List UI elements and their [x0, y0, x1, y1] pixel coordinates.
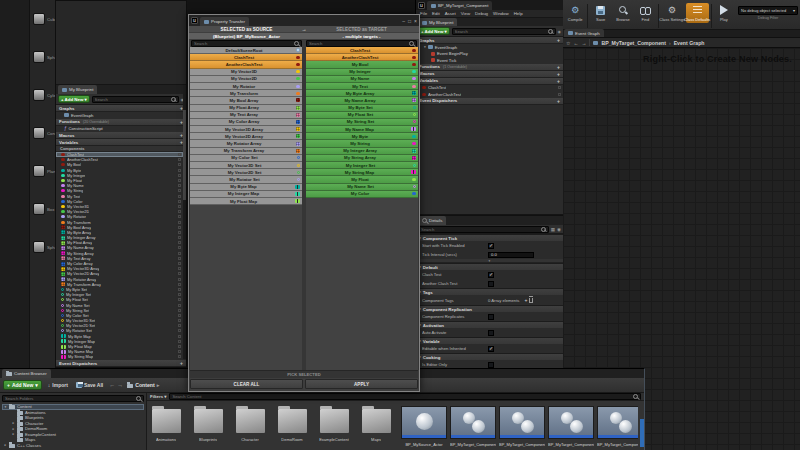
property-row[interactable]: My Rotator Set: [190, 176, 302, 183]
blueprint-asset-tile[interactable]: BP_MyTarget_Component: [450, 406, 496, 447]
add-dispatcher-icon[interactable]: +: [180, 360, 183, 366]
visibility-toggle[interactable]: [178, 174, 181, 177]
add-tag-icon[interactable]: +: [524, 297, 527, 303]
filter-options-icon[interactable]: ◉: [557, 227, 561, 232]
save-button[interactable]: Save: [590, 3, 610, 23]
folder-tile[interactable]: Animations: [151, 406, 181, 442]
add-variable-icon[interactable]: +: [557, 78, 560, 84]
scrollbar[interactable]: [183, 94, 186, 359]
visibility-toggle[interactable]: [178, 272, 181, 275]
visibility-toggle[interactable]: [178, 340, 181, 343]
menu-item[interactable]: Help: [514, 11, 523, 16]
place-actor-item[interactable]: Box Tr: [32, 190, 55, 228]
tags-section-header[interactable]: ▾Tags: [416, 288, 563, 295]
source-search-input[interactable]: [194, 41, 293, 46]
display-options-icon[interactable]: ▦: [551, 227, 555, 232]
target-search-field[interactable]: [306, 40, 417, 47]
graphs-section-header[interactable]: Graphs+: [416, 37, 563, 44]
view-options-icon[interactable]: ◉: [558, 29, 562, 34]
apply-button[interactable]: APPLY: [305, 379, 418, 389]
search-input[interactable]: [95, 97, 170, 102]
expand-arrow-icon[interactable]: ▾: [4, 405, 7, 409]
blueprint-asset-tile[interactable]: BP_MyTarget_Component3: [597, 406, 638, 447]
clash-test-checkbox[interactable]: ✓: [488, 272, 494, 278]
activation-header[interactable]: ▾Activation: [416, 321, 563, 328]
property-row[interactable]: My Vector2D Array: [190, 133, 302, 140]
visibility-toggle[interactable]: [178, 231, 181, 234]
add-graph-icon[interactable]: +: [557, 37, 560, 43]
property-row[interactable]: My String Map: [306, 169, 418, 176]
property-row[interactable]: ClashTest: [306, 47, 418, 54]
visibility-toggle[interactable]: [178, 335, 181, 338]
property-row[interactable]: My Float Set: [306, 112, 418, 119]
blueprint-asset-tile[interactable]: BP_MyTarget_Component1: [499, 406, 545, 447]
property-row[interactable]: My Color Set: [190, 155, 302, 162]
visibility-toggle[interactable]: [178, 246, 181, 249]
visibility-toggle[interactable]: [178, 262, 181, 265]
maximize-icon[interactable]: □: [408, 18, 411, 24]
debug-object-dropdown[interactable]: No debug object selected▾: [738, 6, 798, 15]
property-row[interactable]: My Integer: [306, 69, 418, 76]
property-row[interactable]: My Transform: [190, 90, 302, 97]
functions-section-header[interactable]: Functions(20 Overridable)+: [56, 119, 186, 126]
folder-tile[interactable]: ExampleContent: [319, 406, 349, 442]
visibility-toggle[interactable]: [178, 257, 181, 260]
filters-button[interactable]: Filters▾: [150, 394, 166, 399]
expand-arrow-icon[interactable]: ▾: [424, 45, 426, 49]
component-replicates-checkbox[interactable]: [488, 314, 494, 320]
search-field[interactable]: [418, 226, 549, 233]
target-search-input[interactable]: [309, 41, 408, 46]
expand-arrow-icon[interactable]: ▸: [12, 432, 15, 436]
import-button[interactable]: ↓Import: [46, 380, 70, 390]
visibility-toggle[interactable]: [178, 215, 181, 218]
property-row[interactable]: My Color: [306, 191, 418, 198]
property-row[interactable]: My Text: [306, 83, 418, 90]
cb-add-new-button[interactable]: +Add New▾: [3, 380, 42, 390]
property-row[interactable]: My Bool: [306, 61, 418, 68]
property-row[interactable]: AnotherClashTest: [306, 54, 418, 61]
another-clash-test-checkbox[interactable]: [488, 281, 494, 287]
menu-item[interactable]: Window: [493, 11, 509, 16]
event-graph-tab[interactable]: Event Graph: [564, 29, 604, 37]
folder-tile[interactable]: Character: [235, 406, 265, 442]
visibility-toggle[interactable]: [178, 200, 181, 203]
favorite-star-icon[interactable]: ☆: [566, 40, 570, 46]
visibility-toggle[interactable]: [178, 221, 181, 224]
blueprint-asset-tile[interactable]: BP_MyTarget_Component2: [548, 406, 594, 447]
property-row[interactable]: My Float: [306, 176, 418, 183]
visibility-toggle[interactable]: [178, 345, 181, 348]
class-defaults-button[interactable]: Class Defaults: [686, 3, 709, 23]
property-row[interactable]: My Float Map: [190, 198, 302, 205]
visibility-toggle[interactable]: [178, 309, 181, 312]
details-tab[interactable]: Details: [418, 216, 446, 225]
visibility-toggle[interactable]: [178, 226, 181, 229]
place-actor-item[interactable]: Cube: [32, 0, 55, 38]
visibility-toggle[interactable]: [558, 86, 561, 89]
window-title-tab[interactable]: BP_MyTarget_Component: [427, 1, 492, 10]
visibility-toggle[interactable]: [178, 298, 181, 301]
breadcrumb-root[interactable]: BP_MyTarget_Component: [601, 40, 665, 46]
asset-scrollbar[interactable]: [640, 419, 644, 447]
path-breadcrumb[interactable]: Content▸: [127, 382, 159, 388]
variable-row[interactable]: My String Map: [56, 354, 183, 359]
property-row[interactable]: My String: [306, 140, 418, 147]
auto-activate-checkbox[interactable]: [488, 330, 494, 336]
visibility-toggle[interactable]: [178, 278, 181, 281]
property-row[interactable]: My Byte: [306, 133, 418, 140]
transfer-title-bar[interactable]: u Property Transfer – □ ×: [189, 15, 419, 26]
visibility-toggle[interactable]: [178, 355, 181, 358]
visibility-toggle[interactable]: [178, 158, 181, 161]
source-search-field[interactable]: [191, 40, 302, 47]
event-dispatchers-header[interactable]: Event Dispatchers+: [56, 360, 186, 367]
menu-item[interactable]: Edit: [432, 11, 440, 16]
event-dispatchers-header[interactable]: Event Dispatchers+: [416, 98, 563, 105]
component-replication-header[interactable]: ▾Component Replication: [416, 305, 563, 312]
find-button[interactable]: Find: [635, 3, 655, 23]
property-row[interactable]: ClashTest: [190, 54, 302, 61]
property-row[interactable]: My Float Array: [190, 105, 302, 112]
add-new-button[interactable]: +Add New▾: [418, 27, 450, 35]
property-row[interactable]: My String Array: [306, 155, 418, 162]
search-input[interactable]: [455, 29, 547, 34]
property-row[interactable]: My String Set: [306, 119, 418, 126]
browse-button[interactable]: Browse: [613, 3, 633, 23]
